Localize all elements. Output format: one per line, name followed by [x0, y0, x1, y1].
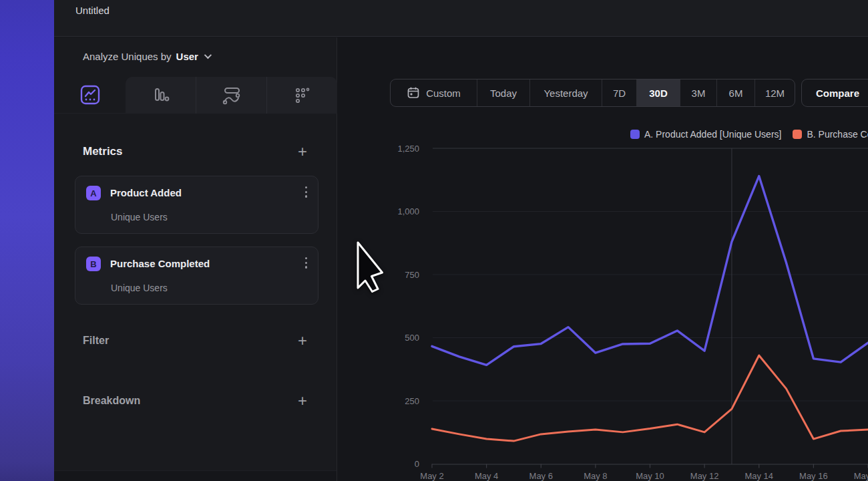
- range-button-12m[interactable]: 12M: [754, 79, 795, 106]
- tab-group: [126, 77, 337, 114]
- bar-chart-icon: [151, 86, 171, 106]
- breakdown-heading: Breakdown: [83, 395, 140, 407]
- y-tick-label: 1,250: [366, 144, 419, 154]
- x-tick-label: May 18: [848, 471, 868, 481]
- range-button-3m[interactable]: 3M: [680, 79, 716, 106]
- tab-line-chart[interactable]: [54, 76, 126, 113]
- x-tick-label: May 4: [467, 471, 507, 481]
- tab-dots-grid[interactable]: [266, 77, 337, 114]
- y-tick-label: 500: [366, 333, 419, 343]
- series-line: [432, 355, 868, 441]
- metrics-heading: Metrics: [83, 145, 123, 158]
- x-tick-label: May 16: [793, 471, 833, 481]
- x-tick-label: May 8: [576, 471, 616, 481]
- legend-item[interactable]: B. Purchase Completed [Unique Users]: [793, 129, 868, 140]
- chart-legend: A. Product Added [Unique Users]B. Purcha…: [630, 129, 868, 140]
- range-button-today[interactable]: Today: [477, 79, 529, 106]
- series-line: [432, 176, 868, 365]
- y-tick-label: 750: [366, 270, 419, 280]
- analyze-by-label: Analyze Uniques by: [83, 51, 172, 62]
- calendar-icon: [407, 86, 420, 100]
- metric-title: Purchase Completed: [110, 258, 210, 269]
- date-range-group: CustomTodayYesterday7D30D3M6M12M: [390, 79, 795, 107]
- range-button-6m[interactable]: 6M: [716, 79, 754, 106]
- x-tick-label: May 14: [739, 471, 779, 481]
- metric-subtitle: Unique Users: [111, 212, 168, 222]
- analyze-by-value[interactable]: User: [176, 51, 198, 62]
- y-tick-label: 250: [366, 396, 419, 406]
- x-tick-label: May 12: [684, 471, 724, 481]
- sidebar-footer: [54, 470, 337, 481]
- compare-button[interactable]: Compare: [801, 79, 868, 107]
- tab-bar-chart[interactable]: [126, 77, 196, 114]
- legend-swatch: [793, 130, 802, 139]
- analyze-by-row: Analyze Uniques by User: [83, 49, 210, 63]
- range-button-yesterday[interactable]: Yesterday: [529, 79, 602, 106]
- add-filter-icon[interactable]: +: [298, 334, 307, 347]
- range-button-custom[interactable]: Custom: [391, 79, 477, 106]
- x-tick-label: May 6: [521, 471, 561, 481]
- line-chart-icon: [80, 85, 100, 105]
- metric-badge-a: A: [86, 186, 101, 200]
- y-tick-label: 1,000: [366, 206, 419, 216]
- filter-section-header: Filter +: [83, 334, 307, 347]
- metrics-section-header: Metrics +: [83, 145, 307, 158]
- metric-badge-b: B: [86, 257, 101, 271]
- filter-heading: Filter: [83, 335, 109, 347]
- range-button-30d[interactable]: 30D: [636, 79, 680, 106]
- tab-flow-chart[interactable]: [196, 77, 266, 114]
- add-metric-icon[interactable]: +: [298, 145, 307, 158]
- metric-card-b[interactable]: B Purchase Completed Unique Users: [75, 247, 318, 305]
- range-button-7d[interactable]: 7D: [602, 79, 636, 106]
- kebab-menu-icon[interactable]: [305, 186, 307, 198]
- dots-grid-icon: [292, 86, 312, 106]
- y-tick-label: 0: [366, 459, 419, 469]
- add-breakdown-icon[interactable]: +: [298, 394, 307, 408]
- kebab-menu-icon[interactable]: [305, 257, 307, 269]
- nav-strip: [0, 0, 54, 481]
- flow-chart-icon: [221, 85, 242, 106]
- x-tick-label: May 2: [412, 471, 452, 481]
- metric-subtitle: Unique Users: [111, 283, 168, 293]
- metric-title: Product Added: [110, 187, 182, 198]
- chevron-down-icon[interactable]: [204, 51, 212, 59]
- metric-card-a[interactable]: A Product Added Unique Users: [75, 176, 318, 234]
- legend-item[interactable]: A. Product Added [Unique Users]: [630, 129, 781, 140]
- page-title: Untitled: [75, 5, 110, 16]
- sidebar: Analyze Uniques by User: [54, 37, 337, 481]
- breakdown-section-header: Breakdown +: [83, 394, 307, 408]
- chart-panel: CustomTodayYesterday7D30D3M6M12M Compare…: [338, 37, 868, 481]
- legend-swatch: [630, 130, 640, 139]
- chart-type-tabs: [54, 76, 337, 114]
- x-tick-label: May 10: [630, 471, 670, 481]
- topbar: Untitled: [54, 0, 868, 37]
